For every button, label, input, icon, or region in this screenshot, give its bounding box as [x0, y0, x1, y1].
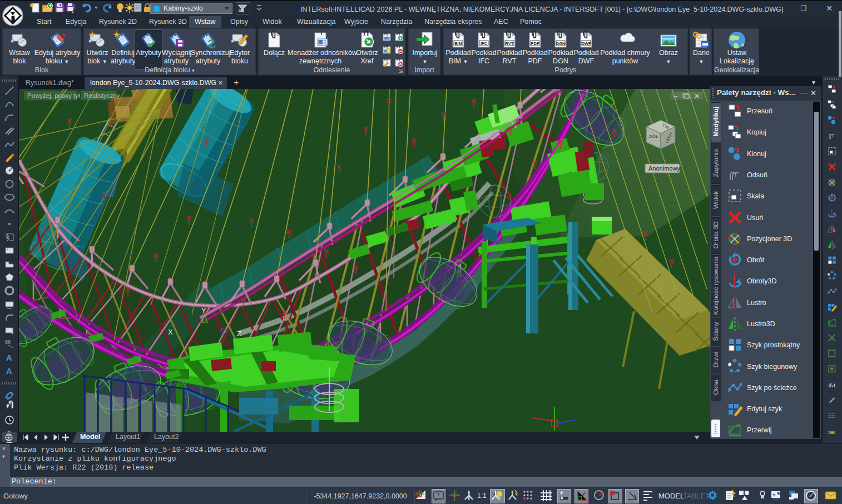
svg-text:RVT: RVT	[506, 41, 514, 46]
svg-text:A: A	[6, 366, 12, 376]
svg-text:Y: Y	[201, 306, 206, 315]
svg-text:BIM: BIM	[454, 41, 462, 46]
svg-text:DGN: DGN	[556, 41, 566, 46]
svg-text:DÓŁ: DÓŁ	[649, 134, 658, 139]
svg-text:PDF: PDF	[531, 41, 539, 46]
svg-text:Z: Z	[237, 330, 241, 338]
svg-text:Realistyczny: Realistyczny	[84, 92, 120, 99]
svg-text:X: X	[168, 328, 173, 336]
svg-text:DWF: DWF	[581, 41, 591, 46]
svg-text:✕: ✕	[694, 92, 700, 100]
svg-text:–: –	[674, 92, 678, 99]
svg-text:Anonimowy: Anonimowy	[648, 165, 680, 172]
svg-text:?: ?	[437, 492, 440, 498]
svg-text:A: A	[6, 353, 12, 362]
svg-text:Powyżej, prawy tył: Powyżej, prawy tył	[27, 92, 80, 99]
svg-text:IFC: IFC	[481, 41, 488, 46]
